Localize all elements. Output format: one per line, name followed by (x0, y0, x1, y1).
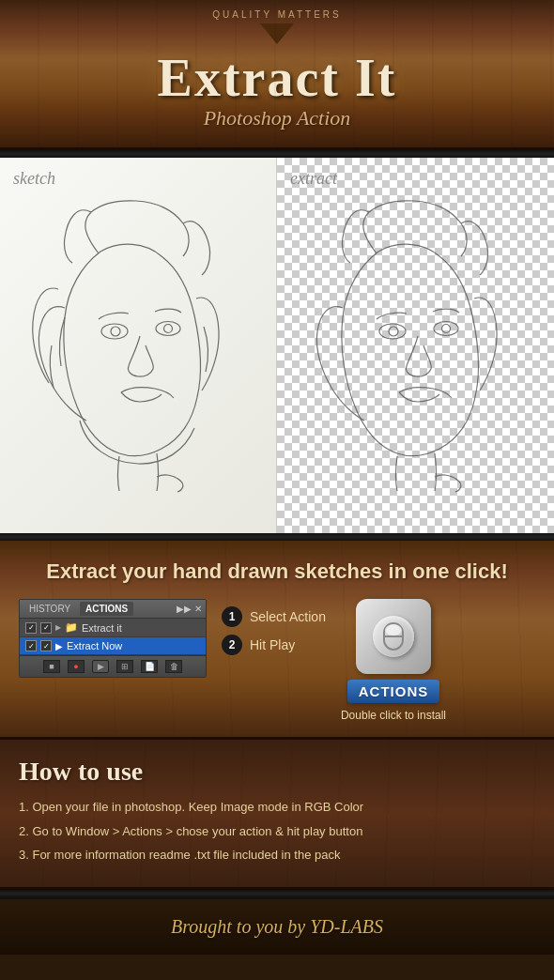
howto-title: How to use (19, 757, 535, 787)
ps-folder-icon: 📁 (65, 621, 78, 634)
actions-icon-box[interactable] (356, 599, 431, 674)
step1-number: 1 (222, 606, 242, 627)
footer-text: Brought to you by YD-LABS (19, 916, 535, 938)
ps-record-btn[interactable]: ● (68, 660, 85, 673)
tagline: Extract your hand drawn sketches in one … (19, 559, 535, 584)
step1-item: 1 Select Action (222, 606, 326, 627)
ps-expand-icon: ▶ (55, 623, 61, 632)
actions-tab[interactable]: ACTIONS (80, 602, 133, 616)
sketch-face-left (25, 195, 251, 496)
howto-step-3: 3. For more information readme .txt file… (19, 846, 535, 865)
quality-label: QUALITY MATTERS (0, 9, 554, 20)
ps-action-label: Extract Now (67, 640, 122, 651)
info-section: Extract your hand drawn sketches in one … (0, 541, 554, 737)
ps-new-set-btn[interactable]: ⊞ (116, 660, 133, 673)
preview-section: sketch (0, 158, 554, 533)
step2-item: 2 Hit Play (222, 635, 295, 655)
svg-point-4 (379, 324, 406, 339)
actions-pill-icon (373, 616, 414, 657)
svg-point-6 (389, 327, 398, 336)
ps-play-btn[interactable]: ▶ (92, 660, 109, 673)
separator-bar (0, 150, 554, 158)
sketch-label: sketch (13, 169, 55, 189)
step2-label: Hit Play (250, 637, 295, 652)
ps-new-action-btn[interactable]: 📄 (141, 660, 158, 673)
ps-folder-label: Extract it (82, 622, 122, 634)
ps-check2: ✓ (40, 622, 52, 634)
page-title: Extract It (0, 52, 554, 104)
actions-badge[interactable]: ACTIONS (347, 680, 440, 703)
step-area: 1 Select Action 2 Hit Play (222, 599, 326, 663)
actions-icon-area: ACTIONS Double click to install (341, 599, 446, 722)
svg-point-3 (164, 325, 173, 333)
svg-point-7 (441, 325, 450, 333)
ps-close-btn[interactable]: ✕ (194, 604, 202, 614)
page-subtitle: Photoshop Action (0, 106, 554, 130)
step2-number: 2 (222, 635, 242, 655)
ps-panel-header: HISTORY ACTIONS ▶▶ ✕ (20, 600, 206, 619)
svg-point-0 (101, 324, 128, 339)
ps-panel-mockup: HISTORY ACTIONS ▶▶ ✕ ✓ ✓ ▶ 📁 Extract it … (19, 599, 207, 678)
script-icon (377, 620, 410, 653)
howto-list: 1. Open your file in photoshop. Keep Ima… (19, 798, 535, 865)
ps-play-icon: ▶ (55, 641, 63, 651)
extract-label: extract (290, 169, 337, 189)
ps-check3: ✓ (25, 640, 37, 651)
ps-delete-btn[interactable]: 🗑 (165, 660, 182, 673)
svg-point-5 (434, 322, 458, 336)
ps-bottom-bar: ■ ● ▶ ⊞ 📄 🗑 (20, 655, 206, 677)
header-section: QUALITY MATTERS Extract It Photoshop Act… (0, 0, 554, 150)
extract-half: extract (277, 158, 554, 533)
ps-check1: ✓ (25, 622, 37, 634)
arrow-down-icon (260, 23, 294, 44)
svg-rect-10 (385, 624, 402, 635)
ps-check4: ✓ (40, 640, 52, 651)
ps-row-folder: ✓ ✓ ▶ 📁 Extract it (20, 619, 206, 637)
sketch-face-right (303, 195, 529, 496)
separator-bar-2 (0, 533, 554, 541)
howto-step-2: 2. Go to Window > Actions > chose your a… (19, 822, 535, 841)
howto-section: How to use 1. Open your file in photosho… (0, 737, 554, 890)
install-label: Double click to install (341, 709, 446, 722)
ps-stop-btn[interactable]: ■ (43, 660, 60, 673)
footer-section: Brought to you by YD-LABS (0, 897, 554, 955)
svg-point-2 (111, 327, 120, 336)
ps-controls: ▶▶ ✕ (177, 604, 202, 614)
instructions-area: HISTORY ACTIONS ▶▶ ✕ ✓ ✓ ▶ 📁 Extract it … (19, 599, 535, 722)
ps-row-action[interactable]: ✓ ✓ ▶ Extract Now (20, 637, 206, 655)
separator-bar-3 (0, 890, 554, 897)
sketch-half: sketch (0, 158, 277, 533)
svg-point-1 (156, 322, 180, 336)
history-tab[interactable]: HISTORY (23, 602, 76, 616)
step1-label: Select Action (250, 609, 326, 624)
howto-step-1: 1. Open your file in photoshop. Keep Ima… (19, 798, 535, 817)
ps-menu-btn[interactable]: ▶▶ (177, 604, 192, 614)
